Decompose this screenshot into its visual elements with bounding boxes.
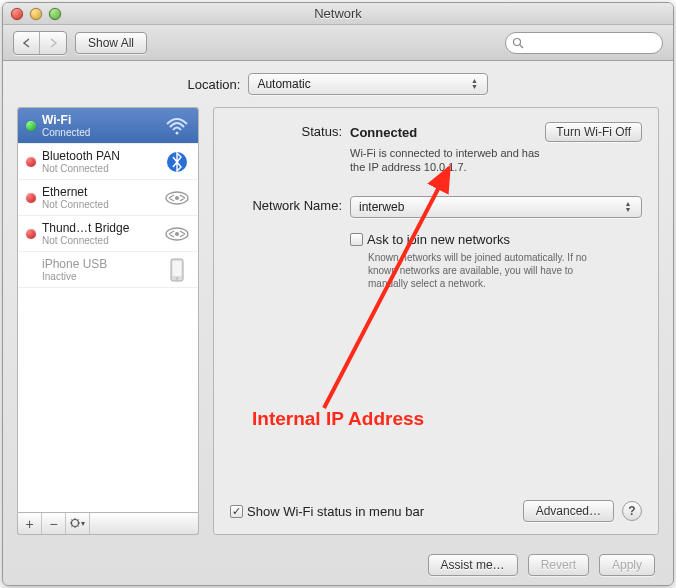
back-button[interactable]: [14, 32, 40, 54]
location-select[interactable]: Automatic ▲▼: [248, 73, 488, 95]
status-dot-icon: [26, 229, 36, 239]
search-icon: [512, 37, 524, 49]
sidebar-item-name: Ethernet: [42, 185, 158, 199]
remove-interface-button[interactable]: −: [42, 513, 66, 534]
svg-rect-9: [173, 261, 182, 276]
annotation-text: Internal IP Address: [252, 408, 424, 430]
svg-line-1: [520, 45, 523, 48]
turn-wifi-off-button[interactable]: Turn Wi-Fi Off: [545, 122, 642, 142]
svg-point-5: [175, 196, 179, 200]
status-value: Connected: [350, 125, 417, 140]
network-name-label: Network Name:: [230, 196, 350, 213]
window-title: Network: [3, 6, 673, 21]
ask-to-join-desc: Known networks will be joined automatica…: [368, 251, 598, 290]
advanced-button[interactable]: Advanced…: [523, 500, 614, 522]
revert-button[interactable]: Revert: [528, 554, 589, 576]
checkbox-checked-icon: ✓: [230, 505, 243, 518]
show-status-checkbox[interactable]: ✓ Show Wi-Fi status in menu bar: [230, 504, 424, 519]
nav-segment: [13, 31, 67, 55]
apply-button[interactable]: Apply: [599, 554, 655, 576]
status-dot-icon: [26, 121, 36, 131]
location-row: Location: Automatic ▲▼: [17, 73, 659, 95]
titlebar: Network: [3, 3, 673, 25]
sidebar-item-name: Thund…t Bridge: [42, 221, 158, 235]
status-label: Status:: [230, 122, 350, 139]
sidebar-footer: + −: [17, 513, 199, 535]
status-description: Wi-Fi is connected to interweb and has t…: [350, 146, 550, 174]
detail-panel: Status: Connected Turn Wi-Fi Off Wi-Fi i…: [213, 107, 659, 535]
chevron-updown-icon: ▲▼: [467, 78, 481, 90]
svg-point-0: [514, 38, 521, 45]
toolbar: Show All: [3, 25, 673, 61]
help-button[interactable]: ?: [622, 501, 642, 521]
action-menu-button[interactable]: [66, 513, 90, 534]
sidebar-item-wifi[interactable]: Wi-Fi Connected: [18, 108, 198, 144]
forward-button[interactable]: [40, 32, 66, 54]
sidebar-item-name: Wi-Fi: [42, 113, 158, 127]
sidebar-item-status: Connected: [42, 127, 158, 138]
interface-list[interactable]: Wi-Fi Connected Bluetooth PAN Not Connec…: [17, 107, 199, 513]
sidebar-item-ethernet[interactable]: Ethernet Not Connected: [18, 180, 198, 216]
ethernet-icon: [164, 185, 190, 211]
chevron-updown-icon: ▲▼: [621, 201, 635, 213]
sidebar-item-status: Inactive: [42, 271, 158, 282]
content: Location: Automatic ▲▼ Wi-Fi Connected: [3, 61, 673, 545]
search-input[interactable]: [528, 35, 656, 51]
ask-to-join-label: Ask to join new networks: [367, 232, 510, 247]
location-label: Location:: [188, 77, 241, 92]
iphone-icon: [164, 257, 190, 283]
footer: Assist me… Revert Apply: [3, 545, 673, 585]
sidebar-item-status: Not Connected: [42, 199, 158, 210]
sidebar-item-name: Bluetooth PAN: [42, 149, 158, 163]
status-dot-icon: [26, 157, 36, 167]
bluetooth-icon: [164, 149, 190, 175]
sidebar-item-status: Not Connected: [42, 235, 158, 246]
ethernet-icon: [164, 221, 190, 247]
svg-point-11: [71, 519, 78, 526]
svg-point-7: [175, 232, 179, 236]
svg-point-2: [176, 131, 179, 134]
assist-me-button[interactable]: Assist me…: [428, 554, 518, 576]
svg-point-10: [176, 277, 178, 279]
network-name-value: interweb: [359, 200, 404, 214]
add-interface-button[interactable]: +: [18, 513, 42, 534]
sidebar-item-bluetooth[interactable]: Bluetooth PAN Not Connected: [18, 144, 198, 180]
search-field[interactable]: [505, 32, 663, 54]
ask-to-join-checkbox[interactable]: Ask to join new networks: [350, 232, 642, 247]
sidebar-item-name: iPhone USB: [42, 257, 158, 271]
checkbox-icon: [350, 233, 363, 246]
show-status-label: Show Wi-Fi status in menu bar: [247, 504, 424, 519]
sidebar-item-thunderbolt[interactable]: Thund…t Bridge Not Connected: [18, 216, 198, 252]
body: Wi-Fi Connected Bluetooth PAN Not Connec…: [17, 107, 659, 535]
location-value: Automatic: [257, 77, 310, 91]
show-all-button[interactable]: Show All: [75, 32, 147, 54]
status-dot-icon: [26, 193, 36, 203]
network-name-select[interactable]: interweb ▲▼: [350, 196, 642, 218]
sidebar-item-status: Not Connected: [42, 163, 158, 174]
sidebar: Wi-Fi Connected Bluetooth PAN Not Connec…: [17, 107, 199, 535]
wifi-icon: [164, 113, 190, 139]
network-prefs-window: Network Show All Location: Automatic ▲▼: [2, 2, 674, 586]
sidebar-item-iphone-usb[interactable]: iPhone USB Inactive: [18, 252, 198, 288]
